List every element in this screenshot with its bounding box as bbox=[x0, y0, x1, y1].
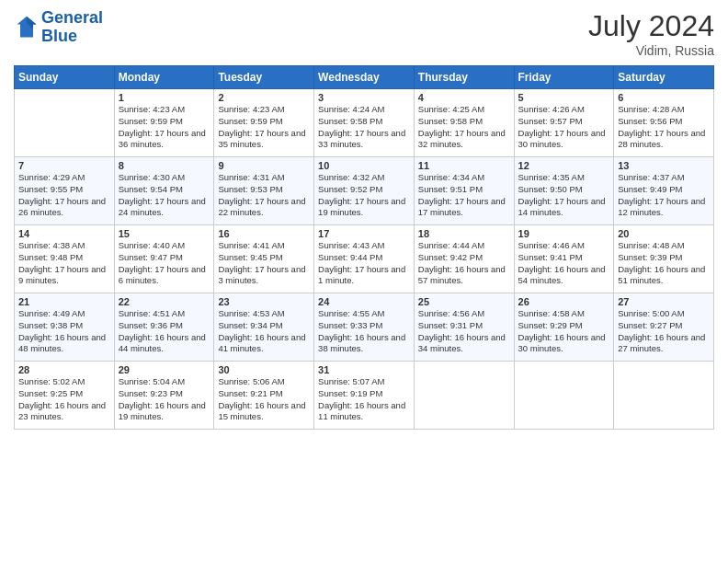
day-number: 6 bbox=[618, 92, 710, 103]
cell-content: Sunrise: 5:04 AMSunset: 9:23 PMDaylight:… bbox=[119, 376, 210, 423]
calendar-cell: 29Sunrise: 5:04 AMSunset: 9:23 PMDayligh… bbox=[114, 362, 214, 430]
calendar-cell: 15Sunrise: 4:40 AMSunset: 9:47 PMDayligh… bbox=[114, 225, 214, 293]
calendar-cell bbox=[514, 362, 614, 430]
day-number: 20 bbox=[618, 228, 710, 239]
calendar-cell: 18Sunrise: 4:44 AMSunset: 9:42 PMDayligh… bbox=[414, 225, 514, 293]
calendar-week-1: 1Sunrise: 4:23 AMSunset: 9:59 PMDaylight… bbox=[15, 89, 714, 157]
day-number: 16 bbox=[218, 228, 310, 239]
cell-content: Sunrise: 4:25 AMSunset: 9:58 PMDaylight:… bbox=[418, 104, 510, 151]
calendar-cell: 22Sunrise: 4:51 AMSunset: 9:36 PMDayligh… bbox=[114, 293, 214, 362]
calendar-cell: 2Sunrise: 4:23 AMSunset: 9:59 PMDaylight… bbox=[214, 89, 314, 157]
cell-content: Sunrise: 5:02 AMSunset: 9:25 PMDaylight:… bbox=[18, 376, 110, 423]
day-number: 28 bbox=[18, 364, 110, 375]
page: General Blue July 2024 Vidim, Russia Sun… bbox=[0, 0, 728, 563]
day-number: 5 bbox=[518, 92, 610, 103]
cell-content: Sunrise: 4:26 AMSunset: 9:57 PMDaylight:… bbox=[518, 104, 610, 151]
cell-content: Sunrise: 4:48 AMSunset: 9:39 PMDaylight:… bbox=[618, 240, 710, 287]
day-number: 17 bbox=[318, 228, 410, 239]
calendar-cell bbox=[15, 89, 115, 157]
location: Vidim, Russia bbox=[588, 43, 714, 58]
day-number: 7 bbox=[18, 160, 110, 171]
cell-content: Sunrise: 5:07 AMSunset: 9:19 PMDaylight:… bbox=[318, 376, 410, 423]
day-number: 25 bbox=[418, 296, 510, 307]
cell-content: Sunrise: 4:23 AMSunset: 9:59 PMDaylight:… bbox=[119, 104, 210, 151]
col-monday: Monday bbox=[114, 66, 214, 89]
calendar-cell: 5Sunrise: 4:26 AMSunset: 9:57 PMDaylight… bbox=[514, 89, 614, 157]
col-friday: Friday bbox=[514, 66, 614, 89]
calendar-cell: 16Sunrise: 4:41 AMSunset: 9:45 PMDayligh… bbox=[214, 225, 314, 293]
day-number: 18 bbox=[418, 228, 510, 239]
cell-content: Sunrise: 4:55 AMSunset: 9:33 PMDaylight:… bbox=[318, 308, 410, 355]
day-number: 14 bbox=[18, 228, 110, 239]
day-number: 8 bbox=[119, 160, 210, 171]
day-number: 9 bbox=[218, 160, 310, 171]
cell-content: Sunrise: 4:23 AMSunset: 9:59 PMDaylight:… bbox=[218, 104, 310, 151]
day-number: 26 bbox=[518, 296, 610, 307]
calendar-cell: 7Sunrise: 4:29 AMSunset: 9:55 PMDaylight… bbox=[15, 157, 115, 225]
cell-content: Sunrise: 4:30 AMSunset: 9:54 PMDaylight:… bbox=[119, 172, 210, 219]
calendar-week-5: 28Sunrise: 5:02 AMSunset: 9:25 PMDayligh… bbox=[15, 362, 714, 430]
day-number: 1 bbox=[119, 92, 210, 103]
calendar-cell: 4Sunrise: 4:25 AMSunset: 9:58 PMDaylight… bbox=[414, 89, 514, 157]
calendar-cell: 31Sunrise: 5:07 AMSunset: 9:19 PMDayligh… bbox=[314, 362, 415, 430]
calendar-cell: 13Sunrise: 4:37 AMSunset: 9:49 PMDayligh… bbox=[614, 157, 714, 225]
calendar-cell: 25Sunrise: 4:56 AMSunset: 9:31 PMDayligh… bbox=[414, 293, 514, 362]
day-number: 11 bbox=[418, 160, 510, 171]
logo-text: General Blue bbox=[41, 9, 103, 46]
cell-content: Sunrise: 4:46 AMSunset: 9:41 PMDaylight:… bbox=[518, 240, 610, 287]
calendar-cell: 6Sunrise: 4:28 AMSunset: 9:56 PMDaylight… bbox=[614, 89, 714, 157]
cell-content: Sunrise: 4:37 AMSunset: 9:49 PMDaylight:… bbox=[618, 172, 710, 219]
logo: General Blue bbox=[14, 9, 103, 46]
day-number: 19 bbox=[518, 228, 610, 239]
day-number: 2 bbox=[218, 92, 310, 103]
month-year: July 2024 bbox=[588, 9, 714, 43]
calendar-cell: 20Sunrise: 4:48 AMSunset: 9:39 PMDayligh… bbox=[614, 225, 714, 293]
cell-content: Sunrise: 4:53 AMSunset: 9:34 PMDaylight:… bbox=[218, 308, 310, 355]
cell-content: Sunrise: 4:40 AMSunset: 9:47 PMDaylight:… bbox=[119, 240, 210, 287]
cell-content: Sunrise: 4:51 AMSunset: 9:36 PMDaylight:… bbox=[119, 308, 210, 355]
day-number: 15 bbox=[119, 228, 210, 239]
cell-content: Sunrise: 4:41 AMSunset: 9:45 PMDaylight:… bbox=[218, 240, 310, 287]
calendar-week-2: 7Sunrise: 4:29 AMSunset: 9:55 PMDaylight… bbox=[15, 157, 714, 225]
day-number: 23 bbox=[218, 296, 310, 307]
calendar-cell: 21Sunrise: 4:49 AMSunset: 9:38 PMDayligh… bbox=[15, 293, 115, 362]
calendar-table: Sunday Monday Tuesday Wednesday Thursday… bbox=[14, 65, 714, 430]
calendar-cell: 12Sunrise: 4:35 AMSunset: 9:50 PMDayligh… bbox=[514, 157, 614, 225]
day-number: 29 bbox=[119, 364, 210, 375]
cell-content: Sunrise: 4:56 AMSunset: 9:31 PMDaylight:… bbox=[418, 308, 510, 355]
header-row: Sunday Monday Tuesday Wednesday Thursday… bbox=[15, 66, 714, 89]
cell-content: Sunrise: 4:43 AMSunset: 9:44 PMDaylight:… bbox=[318, 240, 410, 287]
day-number: 31 bbox=[318, 364, 410, 375]
calendar-week-3: 14Sunrise: 4:38 AMSunset: 9:48 PMDayligh… bbox=[15, 225, 714, 293]
calendar-cell bbox=[414, 362, 514, 430]
calendar-cell: 14Sunrise: 4:38 AMSunset: 9:48 PMDayligh… bbox=[15, 225, 115, 293]
day-number: 21 bbox=[18, 296, 110, 307]
day-number: 3 bbox=[318, 92, 410, 103]
day-number: 30 bbox=[218, 364, 310, 375]
calendar-cell: 3Sunrise: 4:24 AMSunset: 9:58 PMDaylight… bbox=[314, 89, 415, 157]
col-thursday: Thursday bbox=[414, 66, 514, 89]
calendar-cell: 11Sunrise: 4:34 AMSunset: 9:51 PMDayligh… bbox=[414, 157, 514, 225]
cell-content: Sunrise: 4:24 AMSunset: 9:58 PMDaylight:… bbox=[318, 104, 410, 151]
day-number: 22 bbox=[119, 296, 210, 307]
cell-content: Sunrise: 4:34 AMSunset: 9:51 PMDaylight:… bbox=[418, 172, 510, 219]
calendar-cell: 27Sunrise: 5:00 AMSunset: 9:27 PMDayligh… bbox=[614, 293, 714, 362]
calendar-cell: 24Sunrise: 4:55 AMSunset: 9:33 PMDayligh… bbox=[314, 293, 415, 362]
col-wednesday: Wednesday bbox=[314, 66, 415, 89]
cell-content: Sunrise: 4:58 AMSunset: 9:29 PMDaylight:… bbox=[518, 308, 610, 355]
day-number: 24 bbox=[318, 296, 410, 307]
calendar-cell: 10Sunrise: 4:32 AMSunset: 9:52 PMDayligh… bbox=[314, 157, 415, 225]
calendar-cell bbox=[614, 362, 714, 430]
calendar-cell: 28Sunrise: 5:02 AMSunset: 9:25 PMDayligh… bbox=[15, 362, 115, 430]
col-saturday: Saturday bbox=[614, 66, 714, 89]
day-number: 4 bbox=[418, 92, 510, 103]
header: General Blue July 2024 Vidim, Russia bbox=[14, 9, 714, 58]
day-number: 27 bbox=[618, 296, 710, 307]
calendar-cell: 26Sunrise: 4:58 AMSunset: 9:29 PMDayligh… bbox=[514, 293, 614, 362]
title-block: July 2024 Vidim, Russia bbox=[588, 9, 714, 58]
day-number: 12 bbox=[518, 160, 610, 171]
calendar-cell: 30Sunrise: 5:06 AMSunset: 9:21 PMDayligh… bbox=[214, 362, 314, 430]
cell-content: Sunrise: 5:00 AMSunset: 9:27 PMDaylight:… bbox=[618, 308, 710, 355]
cell-content: Sunrise: 4:31 AMSunset: 9:53 PMDaylight:… bbox=[218, 172, 310, 219]
calendar-cell: 9Sunrise: 4:31 AMSunset: 9:53 PMDaylight… bbox=[214, 157, 314, 225]
